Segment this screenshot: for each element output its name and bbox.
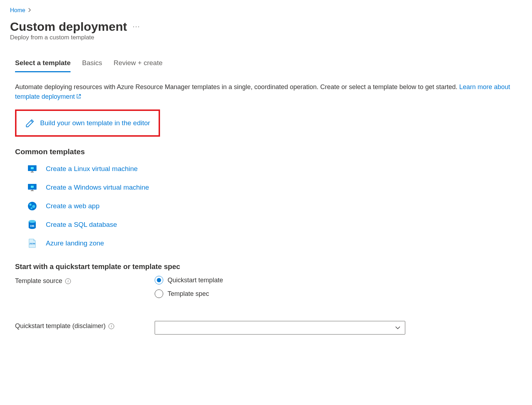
chevron-right-icon xyxy=(28,8,31,13)
svg-text:JSON: JSON xyxy=(29,243,35,245)
common-templates-heading: Common templates xyxy=(10,147,522,156)
chevron-down-icon xyxy=(395,325,401,331)
template-link[interactable]: Create a web app xyxy=(46,202,100,210)
quickstart-template-select-row: Quickstart template (disclaimer) i xyxy=(15,321,522,335)
radio-icon xyxy=(155,289,163,298)
template-item-windows-vm[interactable]: Create a Windows virtual machine xyxy=(27,182,522,192)
build-template-box[interactable]: Build your own template in the editor xyxy=(15,109,160,137)
radio-quickstart-template[interactable]: Quickstart template xyxy=(155,276,223,284)
tab-bar: Select a template Basics Review + create xyxy=(10,59,522,72)
svg-rect-1 xyxy=(31,167,34,169)
radio-label: Template spec xyxy=(168,290,209,298)
db-icon: DB xyxy=(27,220,37,230)
page-header: Custom deployment ··· xyxy=(10,20,522,33)
common-templates-list: Create a Linux virtual machine Create a … xyxy=(10,164,522,248)
svg-rect-5 xyxy=(31,186,34,188)
template-link[interactable]: Create a Windows virtual machine xyxy=(46,184,149,191)
radio-label: Quickstart template xyxy=(168,277,223,284)
radio-icon xyxy=(155,276,163,284)
description-text: Automate deploying resources with Azure … xyxy=(10,82,522,102)
breadcrumb: Home xyxy=(10,7,522,14)
svg-point-11 xyxy=(31,208,33,209)
svg-rect-3 xyxy=(32,171,33,172)
build-template-link[interactable]: Build your own template in the editor xyxy=(40,119,150,127)
svg-point-13 xyxy=(29,220,36,223)
globe-icon xyxy=(27,201,37,211)
template-item-linux-vm[interactable]: Create a Linux virtual machine xyxy=(27,164,522,174)
pencil-icon xyxy=(25,118,35,128)
tab-select-template[interactable]: Select a template xyxy=(15,59,71,72)
template-source-radio-group: Quickstart template Template spec xyxy=(155,276,223,298)
svg-point-8 xyxy=(28,202,37,210)
template-item-sql-db[interactable]: DB Create a SQL database xyxy=(27,220,522,230)
page-title: Custom deployment xyxy=(10,20,127,33)
info-icon[interactable]: i xyxy=(108,323,114,329)
tab-review-create[interactable]: Review + create xyxy=(113,59,163,72)
vm-icon xyxy=(27,164,37,174)
page-subtitle: Deploy from a custom template xyxy=(10,34,522,41)
breadcrumb-home[interactable]: Home xyxy=(10,7,25,14)
quickstart-heading: Start with a quickstart template or temp… xyxy=(15,263,522,271)
json-icon: JSON xyxy=(27,238,37,248)
quickstart-template-select[interactable] xyxy=(155,321,405,335)
external-link-icon xyxy=(76,94,81,100)
more-button[interactable]: ··· xyxy=(133,23,140,30)
svg-text:DB: DB xyxy=(30,224,34,228)
radio-template-spec[interactable]: Template spec xyxy=(155,289,223,298)
template-source-label: Template source i xyxy=(15,276,155,285)
info-icon[interactable]: i xyxy=(65,278,71,284)
template-link[interactable]: Create a SQL database xyxy=(46,221,117,229)
quickstart-section: Start with a quickstart template or temp… xyxy=(10,263,522,335)
template-item-web-app[interactable]: Create a web app xyxy=(27,201,522,211)
svg-point-10 xyxy=(32,205,35,208)
description-body: Automate deploying resources with Azure … xyxy=(15,83,459,91)
template-link[interactable]: Azure landing zone xyxy=(46,239,104,247)
vm-icon xyxy=(27,182,37,192)
svg-point-9 xyxy=(29,204,32,206)
svg-rect-7 xyxy=(32,190,33,191)
template-link[interactable]: Create a Linux virtual machine xyxy=(46,165,138,173)
quickstart-template-label: Quickstart template (disclaimer) i xyxy=(15,321,155,330)
template-source-row: Template source i Quickstart template Te… xyxy=(15,276,522,298)
tab-basics[interactable]: Basics xyxy=(82,59,102,72)
template-item-landing-zone[interactable]: JSON Azure landing zone xyxy=(27,238,522,248)
